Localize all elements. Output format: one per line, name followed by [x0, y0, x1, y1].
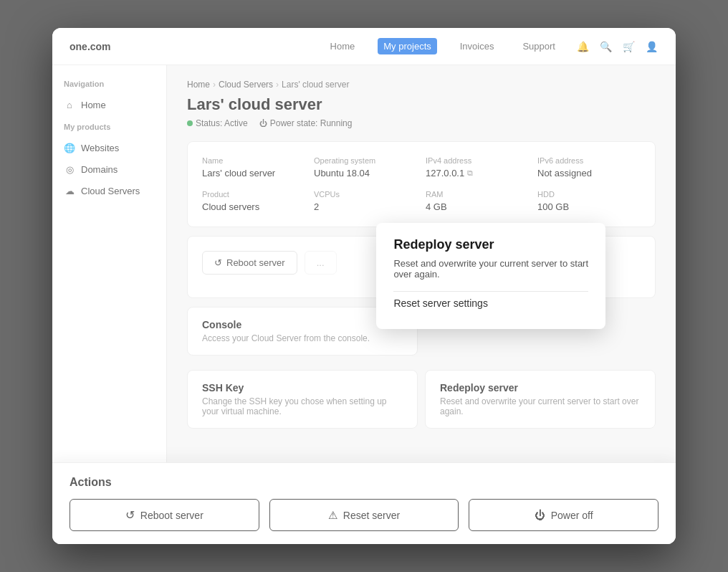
vcpus-value: 2 [314, 201, 417, 212]
reboot-icon: ↺ [214, 257, 222, 268]
ssh-section: SSH Key Change the SSH key you chose whe… [187, 370, 418, 429]
sidebar-item-home[interactable]: ⌂ Home [52, 94, 166, 115]
redeploy-title: Redeploy server [440, 382, 641, 394]
power-icon: ⏻ [259, 119, 267, 128]
breadcrumb-home[interactable]: Home [187, 80, 210, 90]
breadcrumb: Home › Cloud Servers › Lars' cloud serve… [187, 80, 656, 90]
ipv4-label: IPv4 address [426, 156, 529, 165]
nav-home[interactable]: Home [325, 38, 361, 54]
redeploy-desc: Reset and overwrite your current server … [440, 396, 641, 416]
info-product: Product Cloud servers [202, 190, 305, 212]
info-vcpus: VCPUs 2 [314, 190, 417, 212]
info-hdd: HDD 100 GB [537, 190, 641, 212]
bottom-power-icon: ⏻ [535, 509, 545, 521]
breadcrumb-current: Lars' cloud server [282, 80, 349, 90]
websites-icon: 🌐 [64, 142, 75, 153]
sidebar-item-domains[interactable]: ◎ Domains [52, 158, 166, 180]
sidebar-item-websites[interactable]: 🌐 Websites [52, 137, 166, 158]
sidebar-domains-label: Domains [81, 164, 118, 175]
os-value: Ubuntu 18.04 [314, 168, 417, 178]
breadcrumb-cloud-servers[interactable]: Cloud Servers [219, 80, 273, 90]
hdd-label: HDD [537, 190, 641, 199]
bottom-action-buttons: ↺ Reboot server ⚠ Reset server ⏻ Power o… [70, 499, 658, 531]
product-value: Cloud servers [202, 201, 305, 212]
reset-server-settings-button[interactable]: Reset server settings [393, 291, 588, 315]
redeploy-section: Redeploy server Reset and overwrite your… [425, 370, 656, 429]
info-name: Name Lars' cloud server [202, 156, 305, 178]
reboot-server-button[interactable]: ↺ Reboot server [202, 251, 297, 275]
info-os: Operating system Ubuntu 18.04 [314, 156, 417, 178]
home-icon: ⌂ [64, 99, 75, 110]
logo: one.com [70, 41, 111, 52]
ram-label: RAM [426, 190, 529, 199]
sidebar-home-label: Home [81, 100, 106, 110]
sidebar-products-label: My products [52, 123, 166, 137]
bottom-panel-title: Actions [70, 476, 658, 489]
cloud-servers-icon: ☁ [64, 185, 75, 196]
bottom-reboot-icon: ↺ [125, 508, 135, 522]
popover-description: Reset and overwrite your current server … [393, 258, 588, 280]
copy-ip-icon[interactable]: ⧉ [467, 168, 473, 178]
popover-title: Redeploy server [393, 237, 588, 252]
ipv6-value: Not assigned [537, 168, 641, 178]
nav-invoices[interactable]: Invoices [454, 38, 500, 54]
ssh-desc: Change the SSH key you chose when settin… [202, 396, 403, 416]
top-navigation: one.com Home My projects Invoices Suppor… [52, 28, 676, 65]
domains-icon: ◎ [64, 163, 75, 175]
bottom-power-off-button[interactable]: ⏻ Power off [469, 499, 658, 531]
ssh-title: SSH Key [202, 382, 403, 394]
status-active-label: Status: Active [196, 118, 248, 128]
server-info-card: Name Lars' cloud server Operating system… [187, 141, 656, 227]
nav-support[interactable]: Support [517, 38, 561, 54]
nav-icon-group: 🔔 🔍 🛒 👤 [575, 39, 658, 54]
info-ipv4: IPv4 address 127.0.0.1 ⧉ [426, 156, 529, 178]
console-title: Console [202, 319, 403, 330]
console-desc: Access your Cloud Server from the consol… [202, 333, 403, 343]
product-label: Product [202, 190, 305, 199]
status-row: Status: Active ⏻ Power state: Running [187, 118, 656, 128]
ipv4-value: 127.0.0.1 ⧉ [426, 168, 529, 178]
cart-icon[interactable]: 🛒 [621, 39, 636, 54]
page-title: Lars' cloud server [187, 95, 656, 114]
nav-my-projects[interactable]: My projects [378, 38, 436, 54]
info-ram: RAM 4 GB [426, 190, 529, 212]
more-action-button[interactable]: ... [305, 251, 337, 275]
ram-value: 4 GB [426, 201, 529, 212]
bottom-actions-panel: Actions ↺ Reboot server ⚠ Reset server ⏻… [52, 462, 676, 544]
name-value: Lars' cloud server [202, 168, 305, 178]
sidebar-nav-label: Navigation [52, 80, 166, 94]
redeploy-popover: Redeploy server Reset and overwrite your… [376, 223, 605, 329]
bell-icon[interactable]: 🔔 [575, 39, 590, 54]
sidebar-websites-label: Websites [81, 143, 119, 153]
search-icon[interactable]: 🔍 [598, 39, 613, 54]
name-label: Name [202, 156, 305, 165]
sidebar-cloud-servers-label: Cloud Servers [81, 186, 140, 196]
sidebar-item-cloud-servers[interactable]: ☁ Cloud Servers [52, 180, 166, 201]
bottom-reboot-button[interactable]: ↺ Reboot server [70, 499, 259, 531]
vcpus-label: VCPUs [314, 190, 417, 199]
nav-links: Home My projects Invoices Support [325, 38, 561, 54]
user-icon[interactable]: 👤 [644, 39, 658, 54]
hdd-value: 100 GB [537, 201, 641, 212]
info-ipv6: IPv6 address Not assigned [537, 156, 641, 178]
power-state: ⏻ Power state: Running [259, 118, 353, 128]
ipv6-label: IPv6 address [537, 156, 641, 165]
os-label: Operating system [314, 156, 417, 165]
status-active: Status: Active [187, 118, 248, 128]
status-active-dot [187, 120, 193, 126]
power-state-label: Power state: Running [270, 118, 353, 128]
bottom-warning-icon: ⚠ [328, 509, 337, 522]
bottom-reset-button[interactable]: ⚠ Reset server [269, 499, 459, 531]
